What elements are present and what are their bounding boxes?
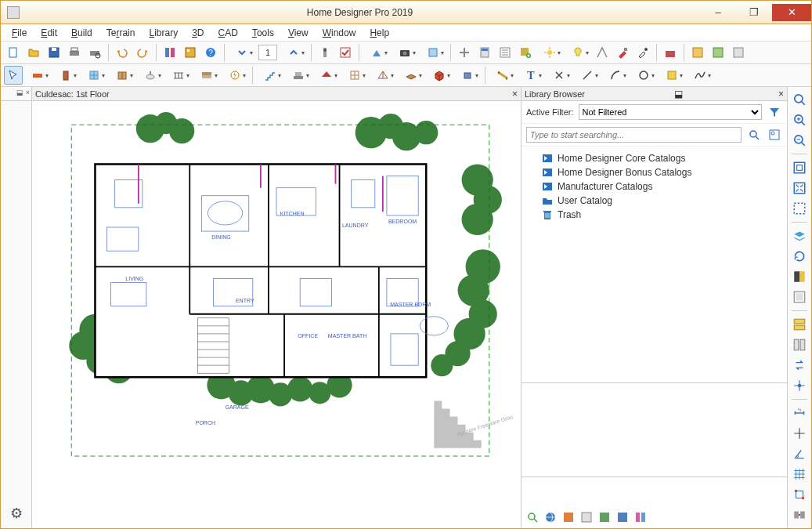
help-button[interactable]: ? <box>201 43 220 62</box>
railing-tool[interactable] <box>165 66 192 85</box>
material-painter-button[interactable] <box>613 43 632 62</box>
search-options-icon[interactable] <box>767 127 782 143</box>
print-preview-button[interactable] <box>85 43 104 62</box>
lib-view1-icon[interactable] <box>561 509 576 525</box>
temp-dimensions-icon[interactable]: ½ <box>790 404 809 422</box>
fill-window2-icon[interactable] <box>790 179 809 197</box>
camera-button[interactable] <box>392 43 418 62</box>
menu-terrain[interactable]: Terrain <box>100 26 142 40</box>
menu-edit[interactable]: Edit <box>34 26 63 40</box>
tile-vertical-icon[interactable] <box>790 335 809 354</box>
truss-tool[interactable] <box>370 66 396 85</box>
point-tool[interactable] <box>546 66 572 85</box>
library-pin-icon[interactable]: ⬓ <box>674 89 683 100</box>
menu-tools[interactable]: Tools <box>246 26 280 40</box>
swap-views-icon[interactable] <box>790 356 809 375</box>
maximize-button[interactable]: ❐ <box>736 4 772 21</box>
library-item-user[interactable]: User Catalog <box>529 194 779 208</box>
floor-up-button[interactable] <box>280 43 307 62</box>
library-browser-button[interactable] <box>161 43 179 62</box>
menu-cad[interactable]: CAD <box>212 26 244 40</box>
soffit-tool[interactable] <box>193 66 220 85</box>
undo-button[interactable] <box>113 43 132 62</box>
filter-funnel-icon[interactable] <box>767 104 782 120</box>
calculate-button[interactable] <box>475 43 494 62</box>
build-framing-button[interactable] <box>455 43 474 62</box>
search-icon[interactable] <box>746 127 762 143</box>
minimize-button[interactable]: – <box>700 4 736 21</box>
dimension-tool[interactable] <box>489 66 516 85</box>
settings-gear-icon[interactable]: ⚙ <box>10 505 23 522</box>
lib-view4-icon[interactable] <box>615 509 630 525</box>
floor-plan-canvas[interactable]: LIVING DINING KITCHEN LAUNDRY BEDROOM OF… <box>32 101 521 528</box>
fill-extents-icon[interactable] <box>790 199 809 218</box>
wall-elevation-button[interactable] <box>593 43 612 62</box>
door-tool[interactable] <box>52 66 79 85</box>
foundation-tool[interactable] <box>285 66 312 85</box>
library-item-bonus[interactable]: Home Designer Bonus Catalogs <box>529 165 779 179</box>
new-button[interactable] <box>4 43 23 62</box>
menu-window[interactable]: Window <box>316 26 363 40</box>
open-button[interactable] <box>24 43 43 62</box>
lib-view3-icon[interactable] <box>597 509 612 525</box>
document-close-icon[interactable]: × <box>512 89 518 100</box>
library-filter-select[interactable]: Not Filtered <box>579 104 762 120</box>
shape-tool[interactable] <box>454 66 481 85</box>
window-tool[interactable] <box>81 66 107 85</box>
zoom-in-icon[interactable] <box>790 111 809 129</box>
layer-display-icon[interactable] <box>790 226 809 245</box>
tile-horizontal-icon[interactable] <box>790 315 809 334</box>
view-mode3-button[interactable] <box>729 43 748 62</box>
menu-help[interactable]: Help <box>363 26 395 40</box>
roof-tool[interactable] <box>313 66 340 85</box>
default-settings-button[interactable] <box>336 43 355 62</box>
library-search-input[interactable] <box>526 127 742 143</box>
view-mode1-button[interactable] <box>688 43 707 62</box>
material-list-button[interactable] <box>496 43 514 62</box>
menu-view[interactable]: View <box>282 26 315 40</box>
delete-surface-button[interactable] <box>661 43 680 62</box>
angle-snaps-icon[interactable] <box>790 444 809 463</box>
preferences-button[interactable] <box>316 43 334 62</box>
framing-tool[interactable] <box>341 66 368 85</box>
stairs-tool[interactable] <box>257 66 283 85</box>
3d-box-tool[interactable] <box>426 66 453 85</box>
line-tool[interactable] <box>574 66 601 85</box>
print-button[interactable] <box>65 43 84 62</box>
project-browser-button[interactable] <box>181 43 200 62</box>
circle-tool[interactable] <box>630 66 657 85</box>
cross-section-button[interactable] <box>420 43 446 62</box>
cabinet-tool[interactable] <box>109 66 135 85</box>
floor-down-button[interactable] <box>229 43 255 62</box>
close-button[interactable]: ✕ <box>772 4 811 21</box>
object-snaps-icon[interactable] <box>790 485 809 504</box>
sunlight-button[interactable] <box>536 43 563 62</box>
menu-build[interactable]: Build <box>65 26 99 40</box>
lib-search2-icon[interactable] <box>525 509 540 525</box>
library-item-core[interactable]: Home Designer Core Catalogs <box>529 151 779 165</box>
floor-camera-button[interactable] <box>363 43 390 62</box>
library-item-trash[interactable]: Trash <box>529 208 779 222</box>
fill-window-icon[interactable] <box>790 158 809 177</box>
reference-display-icon[interactable] <box>790 288 809 306</box>
zoom-out-icon[interactable] <box>790 131 809 150</box>
crosshair-icon[interactable] <box>790 424 809 443</box>
eyedropper-button[interactable] <box>633 43 652 62</box>
redo-button[interactable] <box>133 43 152 62</box>
electrical-tool[interactable] <box>222 66 248 85</box>
bumping-icon[interactable] <box>790 505 809 524</box>
lib-globe-icon[interactable] <box>543 509 558 525</box>
save-button[interactable] <box>45 43 63 62</box>
wall-tool[interactable] <box>24 66 51 85</box>
library-tree[interactable]: Home Designer Core Catalogs Home Designe… <box>521 147 787 382</box>
refresh-icon[interactable] <box>790 247 809 266</box>
fixture-tool[interactable] <box>137 66 164 85</box>
lib-view5-icon[interactable] <box>633 509 648 525</box>
menu-file[interactable]: File <box>5 26 33 40</box>
dock-pin-icon[interactable]: ⬓ × <box>1 89 31 101</box>
add-to-library-button[interactable] <box>516 43 535 62</box>
floor-tool[interactable] <box>398 66 424 85</box>
text-tool[interactable]: T <box>518 66 544 85</box>
menu-library[interactable]: Library <box>143 26 184 40</box>
floor-number[interactable]: 1 <box>258 45 277 60</box>
